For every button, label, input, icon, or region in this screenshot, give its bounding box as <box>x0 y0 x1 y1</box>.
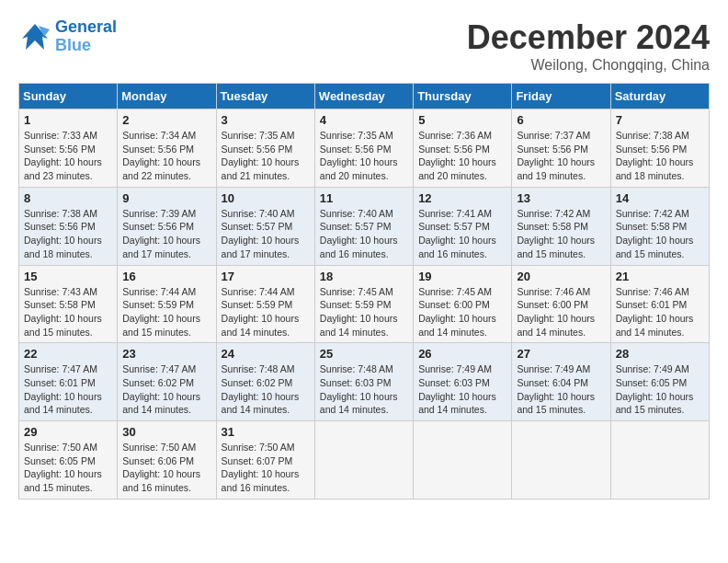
day-number: 19 <box>418 270 506 283</box>
calendar-cell: 18Sunrise: 7:45 AM Sunset: 5:59 PM Dayli… <box>314 265 413 343</box>
calendar-cell: 28Sunrise: 7:49 AM Sunset: 6:05 PM Dayli… <box>610 343 709 421</box>
calendar-cell: 25Sunrise: 7:48 AM Sunset: 6:03 PM Dayli… <box>314 343 413 421</box>
column-header-wednesday: Wednesday <box>314 84 413 109</box>
day-number: 23 <box>122 347 210 361</box>
calendar-week-row: 1Sunrise: 7:33 AM Sunset: 5:56 PM Daylig… <box>19 109 710 188</box>
calendar-cell: 11Sunrise: 7:40 AM Sunset: 5:57 PM Dayli… <box>314 187 413 265</box>
day-info: Sunrise: 7:38 AM Sunset: 5:56 PM Dayligh… <box>616 129 704 183</box>
calendar-cell: 16Sunrise: 7:44 AM Sunset: 5:59 PM Dayli… <box>118 265 216 343</box>
day-info: Sunrise: 7:47 AM Sunset: 6:02 PM Dayligh… <box>122 362 210 417</box>
calendar-cell: 20Sunrise: 7:46 AM Sunset: 6:00 PM Dayli… <box>512 265 610 343</box>
day-number: 26 <box>418 347 506 361</box>
calendar-cell: 12Sunrise: 7:41 AM Sunset: 5:57 PM Dayli… <box>414 187 512 265</box>
calendar-cell: 29Sunrise: 7:50 AM Sunset: 6:05 PM Dayli… <box>19 421 118 500</box>
calendar-cell: 5Sunrise: 7:36 AM Sunset: 5:56 PM Daylig… <box>414 109 512 188</box>
calendar-cell: 22Sunrise: 7:47 AM Sunset: 6:01 PM Dayli… <box>19 343 118 421</box>
day-number: 13 <box>517 191 605 205</box>
calendar-header-row: SundayMondayTuesdayWednesdayThursdayFrid… <box>19 84 710 109</box>
day-number: 20 <box>517 270 605 283</box>
calendar-cell: 17Sunrise: 7:44 AM Sunset: 5:59 PM Dayli… <box>216 265 314 343</box>
calendar-cell: 15Sunrise: 7:43 AM Sunset: 5:58 PM Dayli… <box>19 265 118 343</box>
day-number: 25 <box>320 347 408 361</box>
calendar-cell: 3Sunrise: 7:35 AM Sunset: 5:56 PM Daylig… <box>216 109 314 188</box>
day-number: 9 <box>122 191 210 205</box>
day-info: Sunrise: 7:39 AM Sunset: 5:56 PM Dayligh… <box>122 207 210 261</box>
calendar-cell: 2Sunrise: 7:34 AM Sunset: 5:56 PM Daylig… <box>118 109 216 188</box>
day-number: 7 <box>616 113 704 127</box>
calendar-cell <box>414 421 512 500</box>
day-info: Sunrise: 7:47 AM Sunset: 6:01 PM Dayligh… <box>24 362 112 417</box>
day-info: Sunrise: 7:41 AM Sunset: 5:57 PM Dayligh… <box>418 207 506 261</box>
logo-icon <box>18 20 51 53</box>
day-info: Sunrise: 7:42 AM Sunset: 5:58 PM Dayligh… <box>517 207 605 261</box>
logo: General Blue <box>18 18 117 55</box>
calendar-cell <box>314 421 413 500</box>
calendar-cell: 26Sunrise: 7:49 AM Sunset: 6:03 PM Dayli… <box>414 343 512 421</box>
day-info: Sunrise: 7:37 AM Sunset: 5:56 PM Dayligh… <box>517 129 605 183</box>
day-number: 18 <box>320 270 408 283</box>
day-number: 27 <box>517 347 605 361</box>
day-info: Sunrise: 7:38 AM Sunset: 5:56 PM Dayligh… <box>24 207 112 261</box>
day-info: Sunrise: 7:48 AM Sunset: 6:02 PM Dayligh… <box>222 362 310 417</box>
day-info: Sunrise: 7:45 AM Sunset: 6:00 PM Dayligh… <box>418 285 506 339</box>
calendar-cell: 30Sunrise: 7:50 AM Sunset: 6:06 PM Dayli… <box>118 421 216 500</box>
column-header-saturday: Saturday <box>610 84 709 109</box>
calendar-cell: 8Sunrise: 7:38 AM Sunset: 5:56 PM Daylig… <box>19 187 118 265</box>
day-number: 3 <box>222 113 310 127</box>
location-title: Weilong, Chongqing, China <box>467 57 710 74</box>
day-number: 29 <box>24 425 112 439</box>
calendar-cell: 10Sunrise: 7:40 AM Sunset: 5:57 PM Dayli… <box>216 187 314 265</box>
day-number: 16 <box>122 270 210 283</box>
day-info: Sunrise: 7:50 AM Sunset: 6:05 PM Dayligh… <box>24 441 112 495</box>
calendar-cell: 19Sunrise: 7:45 AM Sunset: 6:00 PM Dayli… <box>414 265 512 343</box>
calendar-cell: 1Sunrise: 7:33 AM Sunset: 5:56 PM Daylig… <box>19 109 118 188</box>
day-info: Sunrise: 7:49 AM Sunset: 6:04 PM Dayligh… <box>517 362 605 417</box>
calendar-cell: 7Sunrise: 7:38 AM Sunset: 5:56 PM Daylig… <box>610 109 709 188</box>
day-number: 11 <box>320 191 408 205</box>
day-info: Sunrise: 7:49 AM Sunset: 6:03 PM Dayligh… <box>418 362 506 417</box>
day-info: Sunrise: 7:46 AM Sunset: 6:01 PM Dayligh… <box>616 285 704 339</box>
calendar-cell: 27Sunrise: 7:49 AM Sunset: 6:04 PM Dayli… <box>512 343 610 421</box>
month-title: December 2024 <box>467 18 710 57</box>
logo-text: General Blue <box>55 18 117 55</box>
day-number: 6 <box>517 113 605 127</box>
column-header-sunday: Sunday <box>19 84 118 109</box>
day-number: 17 <box>222 270 310 283</box>
day-info: Sunrise: 7:46 AM Sunset: 6:00 PM Dayligh… <box>517 285 605 339</box>
calendar-table: SundayMondayTuesdayWednesdayThursdayFrid… <box>18 83 710 500</box>
day-info: Sunrise: 7:50 AM Sunset: 6:07 PM Dayligh… <box>222 441 310 495</box>
day-number: 24 <box>222 347 310 361</box>
calendar-week-row: 29Sunrise: 7:50 AM Sunset: 6:05 PM Dayli… <box>19 421 710 500</box>
calendar-cell: 6Sunrise: 7:37 AM Sunset: 5:56 PM Daylig… <box>512 109 610 188</box>
calendar-cell: 13Sunrise: 7:42 AM Sunset: 5:58 PM Dayli… <box>512 187 610 265</box>
day-number: 14 <box>616 191 704 205</box>
day-info: Sunrise: 7:50 AM Sunset: 6:06 PM Dayligh… <box>122 441 210 495</box>
day-number: 5 <box>418 113 506 127</box>
day-info: Sunrise: 7:48 AM Sunset: 6:03 PM Dayligh… <box>320 362 408 417</box>
day-number: 4 <box>320 113 408 127</box>
day-info: Sunrise: 7:40 AM Sunset: 5:57 PM Dayligh… <box>222 207 310 261</box>
calendar-week-row: 15Sunrise: 7:43 AM Sunset: 5:58 PM Dayli… <box>19 265 710 343</box>
calendar-week-row: 8Sunrise: 7:38 AM Sunset: 5:56 PM Daylig… <box>19 187 710 265</box>
day-info: Sunrise: 7:44 AM Sunset: 5:59 PM Dayligh… <box>122 285 210 339</box>
calendar-cell <box>512 421 610 500</box>
day-number: 8 <box>24 191 112 205</box>
day-number: 15 <box>24 270 112 283</box>
day-number: 21 <box>616 270 704 283</box>
day-info: Sunrise: 7:42 AM Sunset: 5:58 PM Dayligh… <box>616 207 704 261</box>
day-number: 10 <box>222 191 310 205</box>
calendar-cell: 4Sunrise: 7:35 AM Sunset: 5:56 PM Daylig… <box>314 109 413 188</box>
calendar-cell: 31Sunrise: 7:50 AM Sunset: 6:07 PM Dayli… <box>216 421 314 500</box>
day-info: Sunrise: 7:49 AM Sunset: 6:05 PM Dayligh… <box>616 362 704 417</box>
calendar-week-row: 22Sunrise: 7:47 AM Sunset: 6:01 PM Dayli… <box>19 343 710 421</box>
column-header-monday: Monday <box>118 84 216 109</box>
day-number: 31 <box>222 425 310 439</box>
day-info: Sunrise: 7:36 AM Sunset: 5:56 PM Dayligh… <box>418 129 506 183</box>
calendar-cell <box>610 421 709 500</box>
day-info: Sunrise: 7:35 AM Sunset: 5:56 PM Dayligh… <box>222 129 310 183</box>
day-info: Sunrise: 7:35 AM Sunset: 5:56 PM Dayligh… <box>320 129 408 183</box>
title-block: December 2024 Weilong, Chongqing, China <box>467 18 710 74</box>
calendar-cell: 14Sunrise: 7:42 AM Sunset: 5:58 PM Dayli… <box>610 187 709 265</box>
day-info: Sunrise: 7:33 AM Sunset: 5:56 PM Dayligh… <box>24 129 112 183</box>
calendar-cell: 9Sunrise: 7:39 AM Sunset: 5:56 PM Daylig… <box>118 187 216 265</box>
